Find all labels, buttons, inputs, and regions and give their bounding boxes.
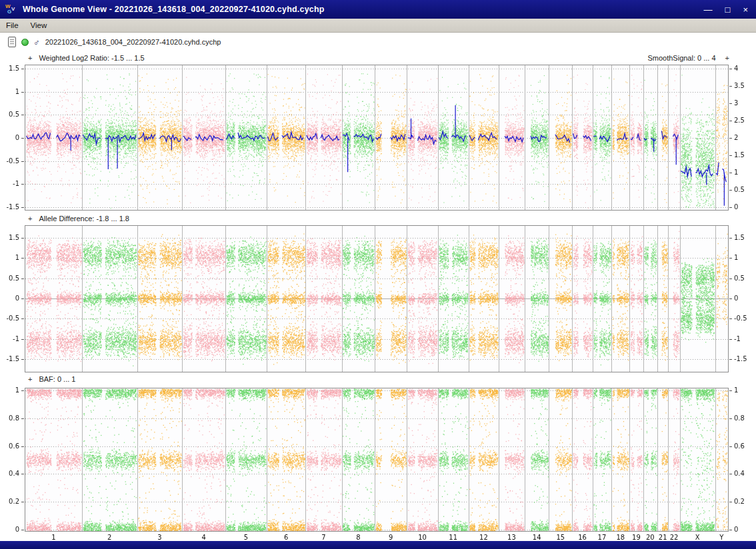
title-bar: WGV Whole Genome View - 20221026_143618_… bbox=[0, 0, 756, 19]
status-bar bbox=[0, 541, 756, 549]
log2-ratio-plot[interactable] bbox=[0, 64, 756, 212]
sample-filename: 20221026_143618_004_20220927-41020.cyhd.… bbox=[45, 38, 221, 46]
panel-header-baf: + BAF: 0 ... 1 bbox=[25, 374, 732, 384]
panel-title-smoothsignal: SmoothSignal: 0 ... 4 bbox=[647, 54, 715, 62]
menu-bar: File View bbox=[0, 19, 756, 33]
window-title: Whole Genome View - 20221026_143618_004_… bbox=[23, 5, 325, 14]
panel-header-log2-left: + Weighted Log2 Ratio: -1.5 ... 1.5 bbox=[25, 54, 145, 62]
file-bar: ♂ 20221026_143618_004_20220927-41020.cyh… bbox=[0, 33, 756, 51]
menu-view[interactable]: View bbox=[25, 20, 53, 31]
panel-header-baf-left: + BAF: 0 ... 1 bbox=[25, 375, 75, 383]
menu-file[interactable]: File bbox=[0, 20, 25, 31]
male-symbol-icon: ♂ bbox=[33, 37, 40, 47]
close-button[interactable]: × bbox=[743, 5, 748, 14]
expand-smoothsignal-button[interactable]: + bbox=[723, 54, 732, 62]
whole-genome-view-window: { "window": { "title": "Whole Genome Vie… bbox=[0, 0, 756, 549]
panel-header-ad-left: + Allele Difference: -1.8 ... 1.8 bbox=[25, 215, 129, 223]
baf-plot[interactable] bbox=[0, 384, 756, 541]
minimize-button[interactable]: — bbox=[704, 5, 713, 14]
sample-file-icon bbox=[8, 37, 16, 47]
panel-header-log2: + Weighted Log2 Ratio: -1.5 ... 1.5 Smoo… bbox=[25, 53, 732, 63]
expand-allele-difference-button[interactable]: + bbox=[25, 215, 35, 223]
panel-header-allele-difference: + Allele Difference: -1.8 ... 1.8 bbox=[25, 214, 732, 223]
panel-title-baf: BAF: 0 ... 1 bbox=[39, 375, 75, 383]
expand-log2-button[interactable]: + bbox=[25, 54, 35, 62]
panel-title-log2: Weighted Log2 Ratio: -1.5 ... 1.5 bbox=[39, 54, 144, 62]
panel-title-allele-difference: Allele Difference: -1.8 ... 1.8 bbox=[39, 215, 129, 223]
app-logo-icon: WGV bbox=[5, 4, 17, 15]
window-controls: — □ × bbox=[704, 5, 748, 14]
allele-difference-plot[interactable] bbox=[0, 224, 756, 374]
panel-header-smoothsignal: SmoothSignal: 0 ... 4 + bbox=[647, 54, 732, 62]
expand-baf-button[interactable]: + bbox=[25, 375, 35, 383]
qc-pass-icon bbox=[21, 39, 29, 46]
maximize-button[interactable]: □ bbox=[725, 5, 731, 14]
